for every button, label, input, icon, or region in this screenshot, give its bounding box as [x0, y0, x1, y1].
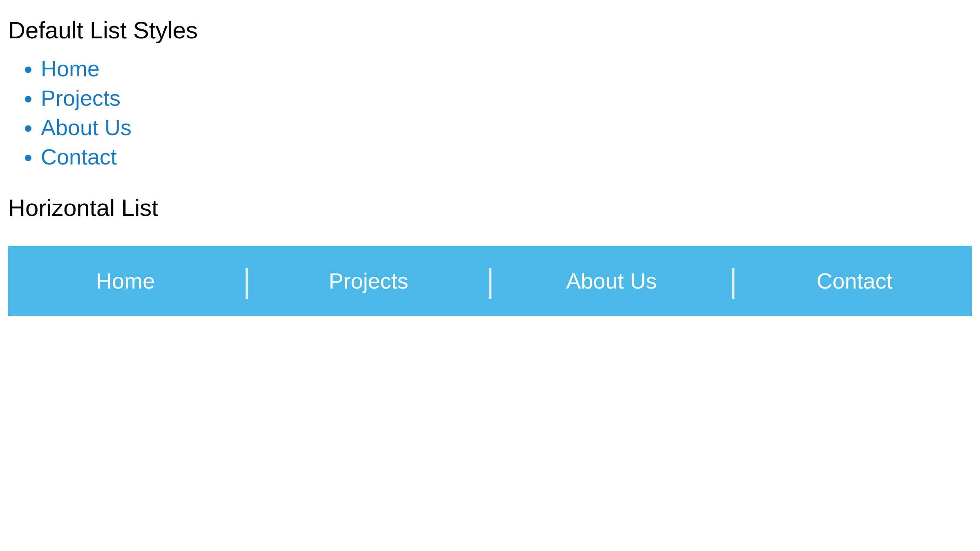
nav-separator: |	[486, 262, 494, 300]
horizontal-list-title: Horizontal List	[8, 194, 972, 221]
list-item: Projects	[41, 85, 972, 111]
nav-item-projects[interactable]: Projects	[251, 268, 486, 293]
list-item: About Us	[41, 115, 972, 140]
nav-item-home[interactable]: Home	[8, 268, 243, 293]
nav-item-contact[interactable]: Contact	[737, 268, 972, 293]
nav-separator: |	[729, 262, 737, 300]
default-list-title: Default List Styles	[8, 16, 972, 44]
horizontal-nav: Home | Projects | About Us | Contact	[8, 246, 972, 316]
nav-separator: |	[243, 262, 251, 300]
page-container: Default List Styles Home Projects About …	[0, 0, 980, 332]
default-list: Home Projects About Us Contact	[8, 56, 972, 169]
nav-item-about-us[interactable]: About Us	[494, 268, 728, 293]
list-item: Contact	[41, 144, 972, 169]
list-item: Home	[41, 56, 972, 81]
